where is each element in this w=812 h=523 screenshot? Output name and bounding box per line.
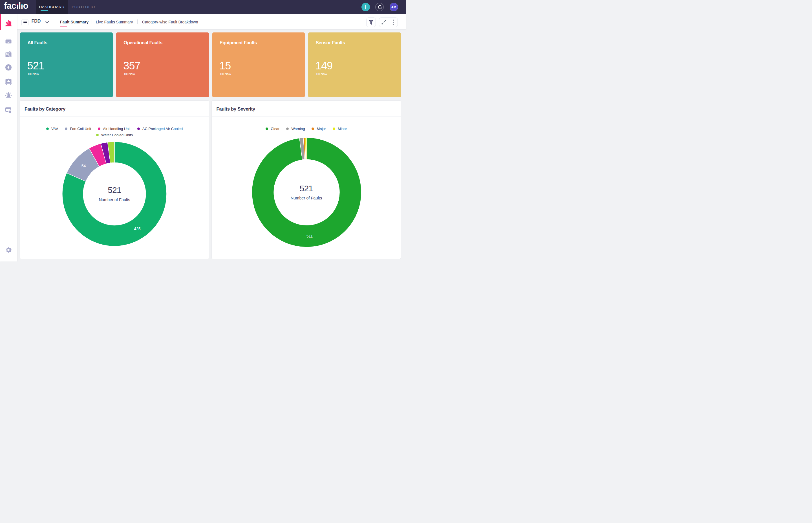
svg-text:425: 425 <box>134 227 141 231</box>
svg-text:511: 511 <box>306 234 313 238</box>
svg-text:54: 54 <box>81 164 86 168</box>
